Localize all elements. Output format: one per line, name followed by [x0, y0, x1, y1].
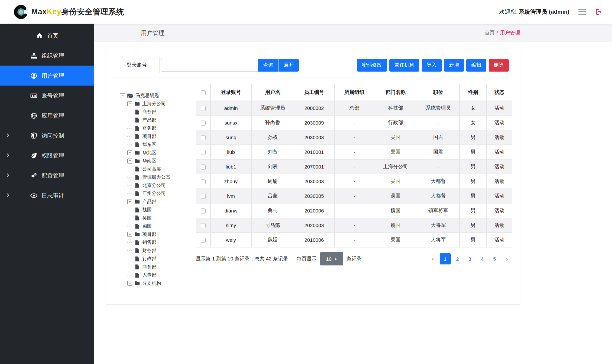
page-4-button[interactable]: 4: [477, 253, 488, 264]
tree-expander[interactable]: +: [127, 199, 132, 204]
cell-status: 活动: [487, 101, 512, 116]
table-row[interactable]: liub1刘表2070001-上海分公司-男活动: [196, 160, 512, 174]
cell-gender: 男: [460, 218, 487, 233]
cell-gender: 女: [460, 116, 487, 130]
page-1-button[interactable]: 1: [440, 253, 451, 264]
tree-expander[interactable]: +: [127, 232, 132, 237]
row-checkbox[interactable]: [201, 194, 206, 199]
tree-connector: [127, 210, 132, 210]
table-row[interactable]: admin系统管理员2000002总部科技部系统管理员女活动: [196, 101, 512, 116]
tree-node[interactable]: + 上海分公司: [114, 100, 191, 108]
tree-node[interactable]: 蜀国: [114, 222, 191, 230]
table-row[interactable]: sunsx孙尚香2030009-行政部-女活动: [196, 116, 512, 130]
tree-node-label: 财务部: [142, 125, 156, 131]
tree-node[interactable]: 人事部: [114, 271, 191, 279]
edit-button[interactable]: 编辑: [466, 59, 486, 72]
sidebar-item-audit[interactable]: 日志审计: [0, 185, 94, 205]
row-checkbox[interactable]: [201, 150, 206, 155]
tree-node[interactable]: + 产品部: [114, 198, 191, 206]
table-row[interactable]: sunq孙权2030003-吴国国君男活动: [196, 130, 512, 145]
sidebar-item-permissions[interactable]: 权限管理: [0, 146, 94, 166]
select-all-checkbox[interactable]: [201, 90, 206, 95]
sidebar-item-access-control[interactable]: 访问控制: [0, 126, 94, 146]
sidebar-item-configuration[interactable]: 配置管理: [0, 166, 94, 185]
sidebar-item-home[interactable]: 首页: [0, 26, 94, 46]
sidebar-item-users[interactable]: 用户管理: [0, 66, 94, 86]
tree-node[interactable]: 项目部: [114, 133, 191, 141]
cell-position: 大都督: [417, 174, 460, 189]
page-5-button[interactable]: 5: [489, 253, 500, 264]
row-checkbox[interactable]: [201, 165, 206, 170]
breadcrumb-current-link[interactable]: 用户管理: [500, 30, 520, 36]
tree-node[interactable]: 产品部: [114, 116, 191, 125]
tree-node[interactable]: 公司高层: [114, 165, 191, 174]
tree-expander[interactable]: +: [127, 159, 132, 164]
tree-node[interactable]: − 马克思钥匙: [114, 92, 191, 100]
row-checkbox[interactable]: [201, 135, 206, 140]
login-account-input[interactable]: [161, 59, 258, 72]
page-2-button[interactable]: 2: [452, 253, 463, 264]
tree-node[interactable]: 魏国: [114, 206, 191, 214]
col-header-username: 用户名: [252, 84, 294, 101]
tree-node[interactable]: 北京分公司: [114, 182, 191, 190]
row-checkbox[interactable]: [201, 208, 206, 213]
sidebar-item-organization[interactable]: 组织管理: [0, 46, 94, 66]
row-checkbox[interactable]: [201, 238, 206, 243]
tree-expander[interactable]: +: [127, 150, 132, 155]
delete-button[interactable]: 删除: [489, 59, 509, 72]
cell-login_account: sunq: [210, 130, 251, 145]
table-row[interactable]: weiy魏延2010006-蜀国大将军男活动: [196, 233, 512, 247]
tree-expander[interactable]: −: [120, 93, 125, 98]
tree-node[interactable]: + 华北区: [114, 149, 191, 157]
table-row[interactable]: simy司马懿2020003-魏国大将军男活动: [196, 218, 512, 233]
org-tree-panel: − 马克思钥匙 + 上海分公司 商务部 产品部 财务部 项目部 华东区 +: [114, 84, 192, 291]
sidebar-item-applications[interactable]: 应用管理: [0, 106, 94, 126]
app-title: MaxKey身份安全管理系统: [31, 7, 124, 17]
folder-icon: [134, 280, 140, 286]
row-checkbox[interactable]: [201, 179, 206, 184]
tree-node[interactable]: 吴国: [114, 214, 191, 222]
table-row[interactable]: lvm吕蒙2030005-吴国大都督男活动: [196, 189, 512, 203]
next-page-button[interactable]: ›: [501, 253, 512, 264]
tree-node[interactable]: 广州分公司: [114, 189, 191, 198]
tree-node[interactable]: 财务部: [114, 124, 191, 133]
expand-button[interactable]: 展开: [278, 59, 299, 72]
row-checkbox[interactable]: [201, 121, 206, 126]
table-row[interactable]: dianw典韦2020006-魏国镇军将军男活动: [196, 203, 512, 218]
table-row[interactable]: liub刘备2010001-蜀国国君男活动: [196, 145, 512, 160]
tree-node[interactable]: + 分支机构: [114, 279, 191, 288]
tree-node[interactable]: 商务部: [114, 108, 191, 116]
tree-node[interactable]: 财务部: [114, 247, 191, 255]
cell-employee_no: 2010001: [294, 145, 334, 160]
tree-expander[interactable]: +: [127, 281, 132, 286]
table-row[interactable]: zhouy周瑜2030003-吴国大都督男活动: [196, 174, 512, 189]
cell-username: 孙权: [252, 130, 294, 145]
add-button[interactable]: 新增: [444, 59, 464, 72]
logout-icon[interactable]: [595, 8, 603, 16]
menu-toggle-icon[interactable]: [578, 9, 586, 15]
tree-node[interactable]: 行政部: [114, 255, 191, 263]
tree-node[interactable]: + 华南区: [114, 157, 191, 165]
page-size-dropdown[interactable]: 10 ▲: [320, 252, 343, 265]
sidebar-item-accounts[interactable]: 账号管理: [0, 86, 94, 106]
import-button[interactable]: 导入: [422, 59, 442, 72]
tree-node[interactable]: + 项目部: [114, 230, 191, 239]
tree-expander[interactable]: +: [127, 101, 132, 106]
prev-page-button[interactable]: ‹: [427, 253, 438, 264]
row-checkbox[interactable]: [201, 223, 206, 228]
id-card-icon: [30, 92, 37, 99]
page-3-button[interactable]: 3: [464, 253, 475, 264]
tree-node[interactable]: 管理层办公室: [114, 173, 191, 182]
cell-status: 活动: [487, 160, 512, 174]
col-header-organization: 所属组织: [334, 84, 374, 101]
tree-node[interactable]: 华东区: [114, 141, 191, 149]
tree-node[interactable]: 商务部: [114, 263, 191, 271]
query-button[interactable]: 查询: [258, 59, 278, 72]
tree-node[interactable]: 销售部: [114, 238, 191, 247]
row-checkbox[interactable]: [201, 106, 206, 111]
change-password-button[interactable]: 密码修改: [357, 59, 387, 72]
breadcrumb-home-link[interactable]: 首页: [485, 30, 495, 36]
concurrent-org-button[interactable]: 兼任机构: [389, 59, 419, 72]
tree-connector: [127, 128, 132, 129]
tree-connector: [127, 242, 132, 243]
